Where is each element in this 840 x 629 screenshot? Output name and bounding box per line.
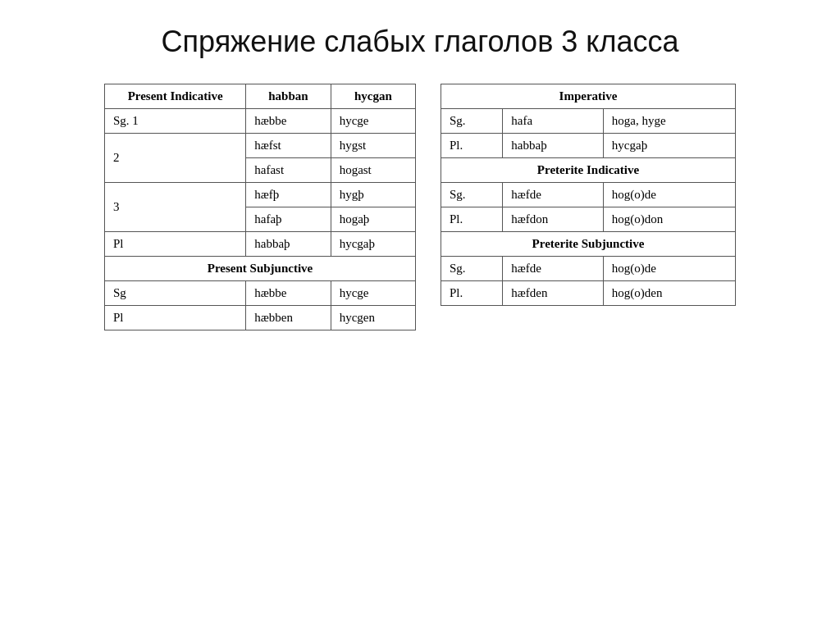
right-row-col2: hoga, hyge (603, 109, 735, 134)
left-row-label: Pl (105, 232, 246, 257)
right-row-col1: hæfde (503, 257, 603, 281)
right-row-col1: hæfden (503, 281, 603, 306)
right-row-col1: habbaþ (503, 134, 603, 158)
right-row-col2: hog(o)de (603, 257, 735, 281)
left-subrow-col1: hæbbe (246, 281, 331, 306)
left-row-col1: hæfst (246, 134, 331, 158)
left-row-col1: hafaþ (246, 207, 331, 232)
left-header-col2: hycgan (331, 84, 415, 109)
left-subrow-col1: hæbben (246, 306, 331, 330)
left-row-col1: hæbbe (246, 109, 331, 134)
right-table: ImperativeSg.hafahoga, hygePl.habbaþhycg… (441, 84, 736, 306)
right-section-header: Preterite Subjunctive (441, 232, 736, 257)
page-title: Спряжение слабых глаголов 3 класса (162, 25, 679, 59)
left-subheader: Present Subjunctive (105, 257, 416, 281)
right-row-label: Sg. (441, 183, 503, 207)
left-row-label: Sg. 1 (105, 109, 246, 134)
left-row-col2: hycge (331, 109, 415, 134)
left-row-label: 2 (105, 134, 246, 183)
left-header-label: Present Indicative (105, 84, 246, 109)
left-subrow-label: Sg (105, 281, 246, 306)
right-row-col1: hæfde (503, 183, 603, 207)
right-row-label: Pl. (441, 207, 503, 232)
right-section-header: Imperative (441, 84, 736, 109)
left-subrow-col2: hycge (331, 281, 415, 306)
left-subrow-label: Pl (105, 306, 246, 330)
right-row-col2: hog(o)den (603, 281, 735, 306)
left-header-col1: habban (246, 84, 331, 109)
right-row-col2: hog(o)de (603, 183, 735, 207)
left-row-col2: hogast (331, 158, 415, 183)
right-row-label: Pl. (441, 281, 503, 306)
right-row-col2: hycgaþ (603, 134, 735, 158)
left-row-col2: hygst (331, 134, 415, 158)
right-row-col2: hog(o)don (603, 207, 735, 232)
left-row-col2: hygþ (331, 183, 415, 207)
right-section-header: Preterite Indicative (441, 158, 736, 183)
left-row-label: 3 (105, 183, 246, 232)
left-row-col2: hycgaþ (331, 232, 415, 257)
left-row-col2: hogaþ (331, 207, 415, 232)
right-row-label: Pl. (441, 134, 503, 158)
left-row-col1: hafast (246, 158, 331, 183)
right-row-label: Sg. (441, 109, 503, 134)
left-row-col1: habbaþ (246, 232, 331, 257)
left-row-col1: hæfþ (246, 183, 331, 207)
left-table: Present Indicative habban hycgan Sg. 1hæ… (104, 84, 416, 330)
left-subrow-col2: hycgen (331, 306, 415, 330)
right-row-col1: hæfdon (503, 207, 603, 232)
right-row-col1: hafa (503, 109, 603, 134)
right-row-label: Sg. (441, 257, 503, 281)
tables-container: Present Indicative habban hycgan Sg. 1hæ… (16, 84, 824, 330)
